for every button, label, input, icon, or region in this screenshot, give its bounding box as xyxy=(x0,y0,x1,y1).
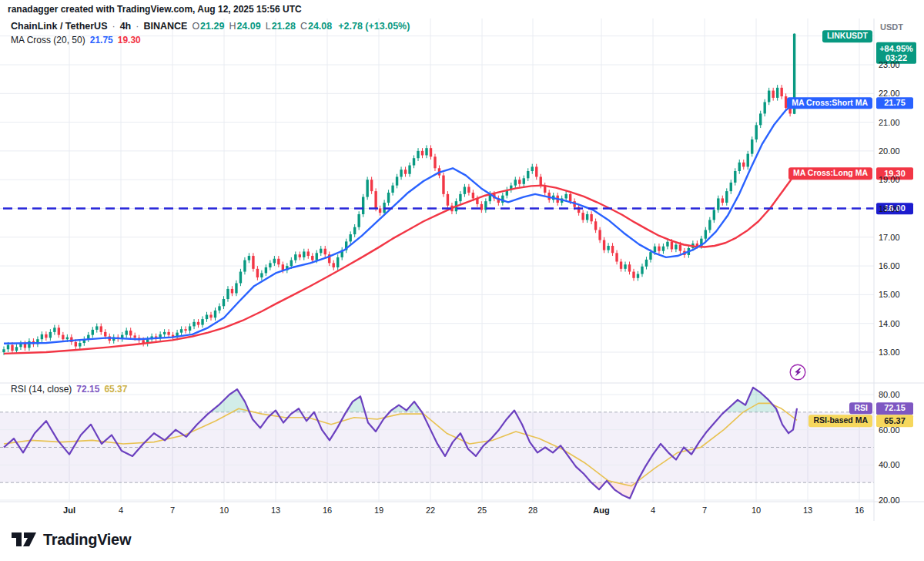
candle-body xyxy=(265,267,267,273)
candle-body xyxy=(214,311,216,317)
candle-body xyxy=(324,249,326,254)
rsi-axis-badge: 72.15 xyxy=(876,402,913,415)
axis-currency-label: USDT xyxy=(880,22,903,32)
candle-body xyxy=(459,194,461,201)
candle-body xyxy=(256,269,259,277)
time-tick-label: 7 xyxy=(170,506,175,515)
candle-body xyxy=(396,176,398,185)
time-tick-label: 10 xyxy=(752,506,761,515)
time-tick-label: 13 xyxy=(803,506,812,515)
candle-body xyxy=(730,183,732,191)
candle-body xyxy=(421,151,424,156)
ma-cross-label[interactable]: MA Cross (20, 50) xyxy=(11,35,85,45)
rsi-plot-label: RSI xyxy=(849,402,872,415)
tradingview-logo-icon xyxy=(11,530,37,549)
rsi-tick-label: 80.00 xyxy=(879,390,900,399)
flash-marker-button[interactable] xyxy=(789,364,806,381)
candle-body xyxy=(282,264,284,270)
candle-body xyxy=(637,274,639,278)
candle-body xyxy=(417,151,419,158)
candle-body xyxy=(189,326,191,331)
rsi-tick-label: 60.00 xyxy=(879,425,900,435)
candle-body xyxy=(713,210,715,220)
rsi-legend[interactable]: RSI (14, close) 72.15 65.37 xyxy=(11,384,127,395)
candle-body xyxy=(662,247,665,251)
interval-label[interactable]: 4h xyxy=(120,21,132,32)
price-tick-label: 22.00 xyxy=(879,89,900,98)
time-tick-label: 16 xyxy=(855,506,864,515)
candle-body xyxy=(671,242,673,250)
price-tick-label: 21.00 xyxy=(879,118,900,127)
candle-body xyxy=(425,148,427,155)
tradingview-chart-page: ranadagger created with TradingView.com,… xyxy=(0,0,924,561)
candle-body xyxy=(527,171,529,178)
candle-body xyxy=(430,148,432,156)
candle-body xyxy=(303,251,305,257)
candle-body xyxy=(480,204,483,210)
symbol-title[interactable]: ChainLink / TetherUS xyxy=(11,21,107,32)
candle-body xyxy=(518,180,521,184)
candle-body xyxy=(235,283,237,293)
candle-body xyxy=(607,246,609,250)
lightning-icon xyxy=(789,364,806,381)
candle-body xyxy=(226,289,229,299)
candle-body xyxy=(535,166,537,176)
candle-body xyxy=(615,253,618,261)
price-tick-label: 18.00 xyxy=(879,204,900,213)
ma-cross-legend[interactable]: MA Cross (20, 50) 21.75 19.30 xyxy=(11,35,141,45)
candle-body xyxy=(41,334,43,339)
candle-body xyxy=(641,267,643,274)
candle-body xyxy=(290,260,293,266)
candle-body xyxy=(53,328,55,332)
candle-body xyxy=(780,88,782,96)
candle-body xyxy=(764,102,766,113)
candle-body xyxy=(58,328,60,334)
candle-body xyxy=(374,191,377,208)
candle-body xyxy=(620,262,622,269)
price-tick-label: 15.00 xyxy=(879,290,900,299)
ma-long-plot-label: MA Cross:Long MA xyxy=(788,167,872,180)
candle-body xyxy=(252,256,254,269)
exchange-label: BINANCE xyxy=(143,21,187,32)
time-tick-label: 28 xyxy=(528,506,537,515)
price-tick-label: 20.00 xyxy=(879,146,900,156)
candle-body xyxy=(320,249,322,254)
candle-body xyxy=(357,214,360,227)
price-tick-label: 17.00 xyxy=(879,233,900,242)
rsi-legend-value: 72.15 xyxy=(76,384,99,395)
candle-body xyxy=(349,234,351,241)
tradingview-logo-text: TradingView xyxy=(43,531,131,549)
ma-short-axis-badge: 21.75 xyxy=(876,97,913,109)
candle-body xyxy=(654,247,656,252)
time-tick-label: 25 xyxy=(477,506,487,515)
rsi-label[interactable]: RSI (14, close) xyxy=(11,384,72,395)
candle-body xyxy=(126,331,128,335)
price-tick-label: 13.00 xyxy=(879,348,900,357)
candle-body xyxy=(231,289,233,294)
candle-body xyxy=(705,230,707,238)
price-tick-label: 14.00 xyxy=(879,319,900,328)
candle-body xyxy=(776,88,778,98)
candle-body xyxy=(218,306,220,311)
candle-body xyxy=(239,272,242,284)
tradingview-logo[interactable]: TradingView xyxy=(11,530,131,549)
candle-body xyxy=(540,176,542,185)
chart-canvas[interactable] xyxy=(0,0,924,561)
ohlc-low: L21.28 xyxy=(266,21,296,32)
candle-body xyxy=(104,332,106,337)
candle-body xyxy=(734,171,736,183)
symbol-legend[interactable]: ChainLink / TetherUS · 4h · BINANCE O21.… xyxy=(11,21,410,32)
ma-short-legend-value: 21.75 xyxy=(90,35,113,45)
candle-body xyxy=(260,273,263,277)
candle-body xyxy=(569,194,571,201)
ma-short-line xyxy=(4,101,797,344)
candle-body xyxy=(464,187,466,194)
candle-body xyxy=(408,166,410,174)
symbol-flag-badge: LINKUSDT xyxy=(822,30,872,42)
candle-body xyxy=(7,345,9,350)
time-tick-label: 16 xyxy=(323,506,332,515)
time-tick-label: 19 xyxy=(374,506,383,515)
candle-body xyxy=(467,187,470,193)
candle-body xyxy=(738,163,741,171)
candle-body xyxy=(590,214,592,221)
